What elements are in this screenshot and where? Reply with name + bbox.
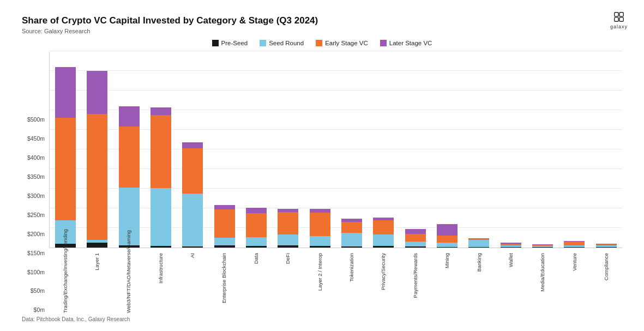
- bar-segment-seed: [182, 194, 203, 246]
- svg-rect-0: [615, 13, 618, 16]
- legend-item: Pre-Seed: [212, 40, 248, 46]
- bar-group: [145, 51, 177, 248]
- y-axis-label: $200m: [27, 231, 45, 237]
- bar-stack: [182, 142, 203, 248]
- bar-stack: [373, 218, 394, 248]
- x-label-cell: Media/Education: [527, 250, 558, 313]
- bar-segment-seed: [214, 238, 235, 245]
- bar-segment-seed: [341, 233, 362, 246]
- legend-swatch: [260, 40, 266, 46]
- x-label-cell: Infrastructure: [145, 250, 176, 313]
- bar-group: [336, 51, 368, 248]
- x-axis-label: Wallet: [508, 253, 514, 267]
- bar-stack: [214, 205, 235, 248]
- bar-segment-early: [278, 212, 298, 235]
- bar-segment-seed: [373, 234, 394, 246]
- bar-segment-early: [437, 236, 458, 243]
- x-label-cell: Mining: [431, 250, 463, 313]
- bar-segment-preSeed: [182, 246, 203, 248]
- bar-stack: [151, 107, 171, 248]
- chart-title: Share of Crypto VC Capital Invested by C…: [22, 15, 622, 26]
- bar-segment-preSeed: [151, 246, 171, 248]
- bar-segment-seed: [437, 243, 458, 246]
- bar-group: [463, 51, 495, 248]
- x-axis-label: Infrastructure: [158, 253, 164, 284]
- chart-source: Source: Galaxy Research: [22, 28, 622, 34]
- bar-segment-early: [151, 115, 171, 188]
- bars-wrapper: [49, 52, 622, 248]
- y-axis-label: $350m: [27, 174, 45, 180]
- bar-group: [368, 51, 399, 248]
- chart-container: galaxy Share of Crypto VC Capital Invest…: [0, 0, 644, 331]
- bar-segment-seed: [246, 237, 267, 246]
- bar-stack: [405, 229, 426, 248]
- bar-segment-preSeed: [214, 245, 235, 248]
- legend-label: Later Stage VC: [389, 40, 432, 46]
- bar-stack: [501, 243, 521, 248]
- legend-item: Later Stage VC: [380, 40, 432, 46]
- x-label-cell: Web3/NFT/DAO/Metaverse/Gaming: [113, 250, 145, 313]
- bar-group: [113, 51, 145, 248]
- bar-segment-preSeed: [564, 247, 585, 248]
- bar-segment-later: [182, 142, 203, 148]
- x-axis-label: Tokenization: [348, 253, 354, 282]
- bar-segment-seed: [405, 242, 426, 246]
- bar-group: [400, 51, 431, 248]
- y-axis-label: $450m: [27, 136, 45, 142]
- bar-segment-preSeed: [278, 245, 298, 248]
- legend-item: Seed Round: [260, 40, 304, 46]
- bar-segment-later: [437, 224, 458, 236]
- legend-swatch: [316, 40, 322, 46]
- bar-segment-preSeed: [596, 247, 617, 248]
- y-axis-label: $150m: [27, 250, 45, 256]
- bar-segment-early: [119, 127, 140, 188]
- svg-rect-2: [615, 17, 618, 21]
- bar-stack: [55, 67, 76, 248]
- x-label-cell: Banking: [463, 250, 495, 313]
- legend-label: Pre-Seed: [221, 40, 248, 46]
- bar-segment-early: [182, 148, 203, 194]
- x-axis-label: Venture: [571, 253, 577, 271]
- y-axis-label: $100m: [27, 269, 45, 275]
- y-axis-label: $50m: [31, 288, 45, 294]
- bar-stack: [468, 238, 489, 248]
- bars-section: Trading/Exchange/Investing/LendingLayer …: [49, 52, 622, 313]
- x-axis-label: AI: [189, 253, 195, 258]
- y-axis: $500m$450m$400m$350m$300m$250m$200m$150m…: [22, 117, 49, 313]
- legend-label: Early Stage VC: [325, 40, 368, 46]
- bar-segment-early: [55, 118, 76, 220]
- x-axis-label: Enterprise Blockchain: [221, 253, 227, 303]
- bar-stack: [119, 106, 140, 248]
- bar-segment-preSeed: [405, 246, 426, 248]
- x-axis-label: Trading/Exchange/Investing/Lending: [62, 253, 68, 313]
- bar-group: [558, 51, 590, 248]
- bar-stack: [532, 244, 553, 248]
- bar-stack: [278, 209, 298, 248]
- bar-stack: [246, 208, 267, 248]
- y-axis-label: $0m: [34, 307, 45, 313]
- bar-group: [209, 51, 240, 248]
- bar-segment-preSeed: [341, 246, 362, 248]
- bar-segment-early: [87, 114, 107, 239]
- bar-group: [177, 51, 208, 248]
- bar-group: [495, 51, 527, 248]
- bar-segment-early: [246, 213, 267, 238]
- bar-segment-later: [310, 209, 330, 213]
- bar-group: [431, 51, 463, 248]
- x-label-cell: Wallet: [495, 250, 526, 313]
- bar-group: [81, 51, 113, 248]
- x-axis-label: Data: [253, 253, 259, 264]
- x-label-cell: Data: [240, 250, 272, 313]
- x-label-cell: Trading/Exchange/Investing/Lending: [49, 250, 81, 313]
- svg-rect-3: [619, 17, 623, 21]
- x-axis-label: Privacy/Security: [380, 253, 386, 290]
- x-axis-label: Web3/NFT/DAO/Metaverse/Gaming: [125, 253, 131, 313]
- chart-area: $500m$450m$400m$350m$300m$250m$200m$150m…: [22, 52, 622, 313]
- x-axis-label: Mining: [444, 253, 450, 268]
- galaxy-icon: [613, 11, 625, 23]
- x-label-cell: Layer 1: [81, 250, 112, 313]
- x-axis-label: Payments/Rewards: [412, 253, 418, 298]
- bar-group: [527, 51, 558, 248]
- bar-group: [240, 51, 272, 248]
- bar-stack: [87, 71, 107, 248]
